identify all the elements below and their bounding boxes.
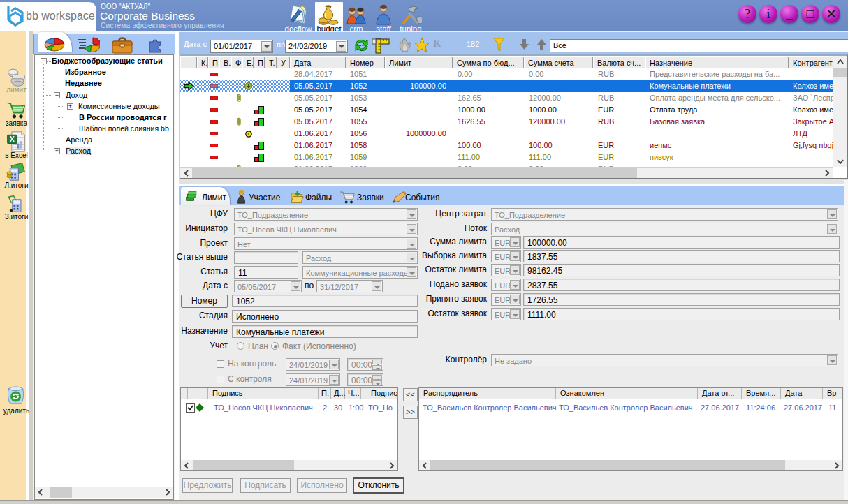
svg-text:X: X: [10, 135, 15, 143]
